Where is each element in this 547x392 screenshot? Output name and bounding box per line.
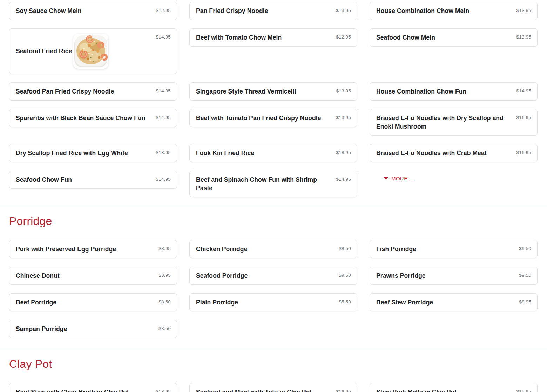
menu-item-price: $12.95 xyxy=(156,8,171,13)
menu-item-name: House Combination Chow Fun xyxy=(376,87,466,96)
menu-item-price: $18.95 xyxy=(156,150,171,155)
menu-item-card[interactable]: Braised E-Fu Noodles with Dry Scallop an… xyxy=(370,109,538,136)
menu-item-name: House Combination Chow Mein xyxy=(376,7,469,15)
section-divider xyxy=(0,349,547,349)
menu-page: Soy Sauce Chow Mein $12.95 Pan Fried Cri… xyxy=(0,0,547,392)
menu-item-name: Beef and Spinach Chow Fun with Shrimp Pa… xyxy=(196,176,331,192)
menu-item-card[interactable]: Braised E-Fu Noodles with Crab Meat $16.… xyxy=(370,144,538,162)
menu-item-name: Stew Pork Belly in Clay Pot xyxy=(376,388,457,392)
menu-item-card[interactable]: Fook Kin Fried Rice $18.95 xyxy=(189,144,357,162)
menu-item-name: Singapore Style Thread Vermicelli xyxy=(196,87,296,96)
menu-item-name: Beef Porridge xyxy=(16,298,56,307)
menu-item-card[interactable]: Soy Sauce Chow Mein $12.95 xyxy=(9,2,177,20)
menu-item-card[interactable]: House Combination Chow Fun $14.95 xyxy=(370,82,538,101)
menu-item-card[interactable]: Chicken Porridge $8.50 xyxy=(189,240,357,258)
menu-item-name: Braised E-Fu Noodles with Dry Scallop an… xyxy=(376,114,511,131)
menu-item-card[interactable]: Stew Pork Belly in Clay Pot $15.95 xyxy=(370,383,538,392)
menu-section-porridge: Pork with Preserved Egg Porridge $8.95 C… xyxy=(9,240,538,338)
menu-item-card[interactable]: Seafood Porridge $9.50 xyxy=(189,267,357,285)
menu-item-price: $16.95 xyxy=(516,150,532,155)
menu-item-price: $16.95 xyxy=(336,389,351,392)
menu-row: Beef Porridge $8.50 Plain Porridge $5.50… xyxy=(9,293,538,311)
menu-item-name: Seafood Porridge xyxy=(196,271,248,280)
menu-item-name: Seafood Chow Fun xyxy=(16,176,72,184)
menu-item-card[interactable]: Pan Fried Crispy Noodle $13.95 xyxy=(189,2,357,20)
menu-item-price: $14.95 xyxy=(156,115,171,120)
menu-item-price: $13.95 xyxy=(336,88,351,94)
menu-row: Soy Sauce Chow Mein $12.95 Pan Fried Cri… xyxy=(9,2,538,20)
menu-item-card[interactable]: Spareribs with Black Bean Sauce Chow Fun… xyxy=(9,109,177,127)
menu-item-card[interactable]: Pork with Preserved Egg Porridge $8.95 xyxy=(9,240,177,258)
menu-item-price: $14.95 xyxy=(516,88,532,94)
menu-item-name: Chicken Porridge xyxy=(196,245,248,253)
menu-item-card[interactable]: Dry Scallop Fried Rice with Egg White $1… xyxy=(9,144,177,162)
menu-row: Seafood Chow Fun $14.95 Beef and Spinach… xyxy=(9,171,538,197)
menu-item-card[interactable]: Chinese Donut $3.95 xyxy=(9,267,177,285)
menu-item-price: $18.95 xyxy=(156,389,171,392)
menu-item-price: $13.95 xyxy=(516,8,532,13)
menu-item-price: $9.50 xyxy=(339,273,351,278)
menu-item-name: Pork with Preserved Egg Porridge xyxy=(16,245,116,253)
menu-item-name: Spareribs with Black Bean Sauce Chow Fun xyxy=(16,114,146,122)
menu-item-price: $18.95 xyxy=(336,150,351,155)
menu-item-card[interactable]: Seafood Chow Mein $13.95 xyxy=(370,28,538,47)
menu-item-name: Dry Scallop Fried Rice with Egg White xyxy=(16,149,128,157)
menu-item-price: $12.95 xyxy=(336,34,351,40)
menu-row: Seafood Pan Fried Crispy Noodle $14.95 S… xyxy=(9,82,538,101)
menu-item-card[interactable]: Singapore Style Thread Vermicelli $13.95 xyxy=(189,82,357,101)
menu-row: Dry Scallop Fried Rice with Egg White $1… xyxy=(9,144,538,162)
menu-item-card[interactable]: Beef and Spinach Chow Fun with Shrimp Pa… xyxy=(189,171,357,197)
menu-item-price: $13.95 xyxy=(336,115,351,120)
menu-row: Beef Stew with Clear Broth in Clay Pot $… xyxy=(9,383,538,392)
menu-item-price: $8.50 xyxy=(339,246,351,251)
section-divider xyxy=(0,206,547,206)
menu-item-price: $8.95 xyxy=(158,246,171,251)
menu-item-card[interactable]: Beef with Tomato Chow Mein $12.95 xyxy=(189,28,357,47)
menu-item-card[interactable]: Plain Porridge $5.50 xyxy=(189,293,357,311)
menu-item-card[interactable]: Beef with Tomato Pan Fried Crispy Noodle… xyxy=(189,109,357,127)
menu-item-price: $14.95 xyxy=(156,88,171,94)
menu-item-card[interactable]: Sampan Porridge $8.50 xyxy=(9,320,177,338)
menu-item-name: Seafood Chow Mein xyxy=(376,33,435,42)
menu-item-name: Seafood and Meat with Tofu in Clay Pot xyxy=(196,388,312,392)
menu-item-price: $9.50 xyxy=(519,273,531,278)
menu-item-price: $8.95 xyxy=(519,299,531,304)
menu-row: Pork with Preserved Egg Porridge $8.95 C… xyxy=(9,240,538,258)
menu-item-card[interactable]: Seafood Pan Fried Crispy Noodle $14.95 xyxy=(9,82,177,101)
menu-row: Spareribs with Black Bean Sauce Chow Fun… xyxy=(9,109,538,136)
menu-item-card[interactable]: Beef Stew with Clear Broth in Clay Pot $… xyxy=(9,383,177,392)
section-title-porridge: Porridge xyxy=(9,214,538,228)
menu-item-card[interactable]: Seafood Fried Rice xyxy=(9,28,177,74)
menu-item-name: Prawns Porridge xyxy=(376,271,426,280)
menu-item-card[interactable]: Fish Porridge $9.50 xyxy=(370,240,538,258)
menu-item-name: Beef with Tomato Pan Fried Crispy Noodle xyxy=(196,114,321,122)
chevron-down-icon xyxy=(384,177,388,180)
menu-item-name: Chinese Donut xyxy=(16,271,60,280)
more-label: MORE ... xyxy=(391,176,414,181)
menu-section-clay-pot: Beef Stew with Clear Broth in Clay Pot $… xyxy=(9,383,538,392)
menu-item-card[interactable]: Seafood and Meat with Tofu in Clay Pot $… xyxy=(189,383,357,392)
menu-item-name: Pan Fried Crispy Noodle xyxy=(196,7,268,15)
menu-item-name: Soy Sauce Chow Mein xyxy=(16,7,82,15)
menu-item-card[interactable]: Beef Porridge $8.50 xyxy=(9,293,177,311)
menu-item-name: Seafood Pan Fried Crispy Noodle xyxy=(16,87,114,96)
menu-item-name: Fook Kin Fried Rice xyxy=(196,149,254,157)
menu-item-price: $16.95 xyxy=(516,115,532,120)
more-link[interactable]: MORE ... xyxy=(384,176,414,181)
seafood-fried-rice-photo xyxy=(73,34,108,69)
menu-item-card[interactable]: House Combination Chow Mein $13.95 xyxy=(370,2,538,20)
menu-item-name: Plain Porridge xyxy=(196,298,238,307)
menu-item-price: $14.95 xyxy=(156,34,171,40)
menu-item-name: Braised E-Fu Noodles with Crab Meat xyxy=(376,149,487,157)
menu-item-price: $8.50 xyxy=(158,299,171,304)
menu-item-card[interactable]: Beef Stew Porridge $8.95 xyxy=(370,293,538,311)
menu-item-card[interactable]: Prawns Porridge $9.50 xyxy=(370,267,538,285)
menu-section-noodles: Soy Sauce Chow Mein $12.95 Pan Fried Cri… xyxy=(9,2,538,197)
menu-row: Chinese Donut $3.95 Seafood Porridge $9.… xyxy=(9,267,538,285)
menu-item-name: Beef Stew Porridge xyxy=(376,298,433,307)
menu-item-card[interactable]: Seafood Chow Fun $14.95 xyxy=(9,171,177,189)
menu-item-price: $14.95 xyxy=(336,177,351,182)
menu-row: Sampan Porridge $8.50 xyxy=(9,320,538,338)
menu-item-name: Beef Stew with Clear Broth in Clay Pot xyxy=(16,388,129,392)
menu-item-name: Seafood Fried Rice xyxy=(16,47,72,55)
